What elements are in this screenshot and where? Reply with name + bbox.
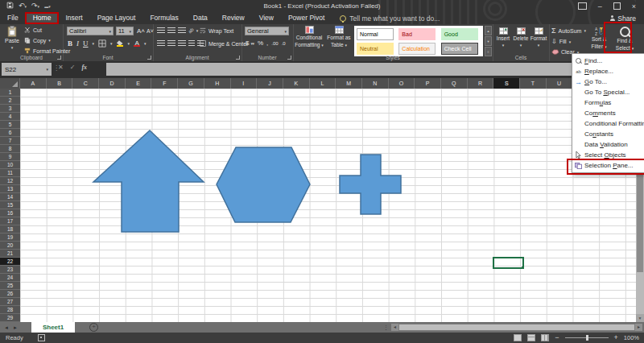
row-header-2[interactable]: 2 (0, 97, 20, 105)
number-dialog-launcher[interactable] (287, 56, 291, 60)
cell-style-check-cell[interactable]: Check Cell (441, 43, 478, 55)
menu-item-selection-pane[interactable]: Selection Pane... (572, 160, 644, 171)
minimize-button[interactable]: – (598, 2, 602, 10)
increase-decimal-button[interactable]: .00 (271, 41, 278, 46)
normal-view-icon[interactable] (514, 334, 522, 341)
cancel-entry-icon[interactable]: ✕ (58, 64, 64, 71)
row-header-10[interactable]: 10 (0, 161, 20, 169)
row-header-1[interactable]: 1 (0, 89, 20, 97)
number-format-select[interactable]: General▾ (245, 27, 289, 35)
row-header-21[interactable]: 21 (0, 250, 20, 258)
menu-item-data-validation[interactable]: Data Validation (572, 139, 644, 150)
align-left-icon[interactable] (157, 40, 165, 47)
font-dialog-launcher[interactable] (147, 56, 151, 60)
sheet-tab-sheet1[interactable]: Sheet1 (31, 322, 75, 333)
row-header-27[interactable]: 27 (0, 298, 20, 306)
zoom-slider[interactable] (565, 337, 609, 338)
find-select-button[interactable]: Find & Select ▾ (612, 27, 638, 52)
tab-insert[interactable]: Insert (58, 13, 89, 23)
name-box[interactable]: S22 ▾ (2, 63, 52, 76)
row-header-6[interactable]: 6 (0, 129, 20, 137)
row-header-5[interactable]: 5 (0, 121, 20, 129)
row-header-26[interactable]: 26 (0, 290, 20, 298)
row-header-9[interactable]: 9 (0, 153, 20, 161)
row-header-12[interactable]: 12 (0, 177, 20, 185)
zoom-slider-thumb[interactable] (586, 335, 588, 341)
tab-scroll-splitter[interactable]: ⋮ (383, 324, 389, 331)
column-header-C[interactable]: C (72, 78, 99, 89)
tab-power-pivot[interactable]: Power Pivot (281, 13, 332, 23)
column-header-K[interactable]: K (283, 78, 310, 89)
tab-data[interactable]: Data (186, 13, 215, 23)
cell-style-calculation[interactable]: Calculation (398, 43, 436, 55)
row-header-4[interactable]: 4 (0, 113, 20, 121)
tab-view[interactable]: View (252, 13, 281, 23)
column-header-G[interactable]: G (178, 78, 204, 89)
row-header-11[interactable]: 11 (0, 169, 20, 177)
column-header-R[interactable]: R (468, 78, 494, 89)
font-color-icon[interactable]: A (134, 40, 140, 47)
column-header-T[interactable]: T (520, 78, 547, 89)
menu-item-go-to[interactable]: →Go To... (572, 76, 644, 87)
menu-item-comments[interactable]: Comments (572, 108, 644, 118)
menu-item-select-objects[interactable]: Select Objects (572, 150, 644, 160)
clipboard-dialog-launcher[interactable] (57, 56, 61, 60)
share-button[interactable]: Share (609, 14, 644, 23)
format-cells-button[interactable]: Format▾ (530, 27, 547, 48)
horizontal-scroll-track[interactable] (398, 324, 635, 331)
customize-qat-icon[interactable]: ▬▾ (44, 2, 51, 10)
menu-item-constants[interactable]: Constants (572, 129, 644, 139)
conditional-formatting-button[interactable]: Conditional Formatting ▾ (295, 26, 324, 48)
column-header-S[interactable]: S (493, 78, 520, 89)
tab-formulas[interactable]: Formulas (142, 13, 185, 23)
comma-format-button[interactable]: , (266, 39, 268, 47)
column-header-A[interactable]: A (20, 78, 47, 89)
gallery-up-icon[interactable]: ▲ (485, 26, 492, 35)
copy-button[interactable]: Copy▾ (24, 37, 51, 43)
row-header-15[interactable]: 15 (0, 201, 20, 209)
menu-item-conditional-formatting[interactable]: Conditional Formatting (572, 118, 644, 129)
align-center-icon[interactable] (167, 40, 175, 47)
gallery-down-icon[interactable]: ▼ (485, 36, 492, 46)
cut-button[interactable]: Cut (24, 27, 42, 33)
column-header-I[interactable]: I (231, 78, 258, 89)
column-header-O[interactable]: O (389, 78, 415, 89)
menu-item-formulas[interactable]: Formulas (572, 97, 644, 108)
zoom-in-button[interactable]: + (614, 334, 618, 341)
autosum-button[interactable]: Σ AutoSum▾ (551, 27, 586, 35)
cell-style-neutral[interactable]: Neutral (357, 43, 394, 55)
redo-icon[interactable]: ↷▾ (31, 2, 39, 10)
alignment-dialog-launcher[interactable] (236, 56, 240, 60)
paste-button[interactable]: Paste ▾ (2, 26, 22, 51)
row-header-20[interactable]: 20 (0, 242, 20, 250)
tell-me-box[interactable]: Tell me what you want to do... (340, 14, 440, 23)
font-family-select[interactable]: Calibri▾ (67, 27, 114, 35)
row-header-18[interactable]: 18 (0, 225, 20, 233)
delete-cells-button[interactable]: Delete▾ (512, 27, 530, 48)
fill-color-icon[interactable] (117, 40, 124, 47)
row-header-8[interactable]: 8 (0, 145, 20, 153)
column-header-U[interactable]: U (547, 78, 573, 89)
column-header-L[interactable]: L (310, 78, 336, 89)
row-header-3[interactable]: 3 (0, 105, 20, 113)
tab-file[interactable]: File (0, 13, 26, 23)
row-header-13[interactable]: 13 (0, 185, 20, 193)
undo-icon[interactable]: ↶▾ (19, 2, 27, 10)
column-header-F[interactable]: F (151, 78, 178, 89)
align-middle-icon[interactable] (167, 27, 175, 34)
formula-input[interactable] (106, 63, 641, 76)
horizontal-scrollbar[interactable]: ◄ ► (391, 324, 642, 331)
format-as-table-button[interactable]: Format as Table ▾ (325, 26, 353, 48)
menu-item-replace[interactable]: abReplace... (572, 66, 644, 76)
tab-page-layout[interactable]: Page Layout (90, 13, 143, 23)
align-top-icon[interactable] (157, 27, 165, 34)
page-break-view-icon[interactable] (541, 334, 549, 341)
worksheet-cells[interactable] (20, 89, 636, 322)
scroll-left-icon[interactable]: ◄ (391, 324, 398, 331)
row-header-16[interactable]: 16 (0, 209, 20, 217)
row-header-19[interactable]: 19 (0, 233, 20, 242)
column-header-E[interactable]: E (126, 78, 152, 89)
underline-button[interactable]: U (83, 40, 89, 48)
bold-button[interactable]: B (68, 40, 72, 48)
macro-record-icon[interactable] (38, 334, 45, 341)
